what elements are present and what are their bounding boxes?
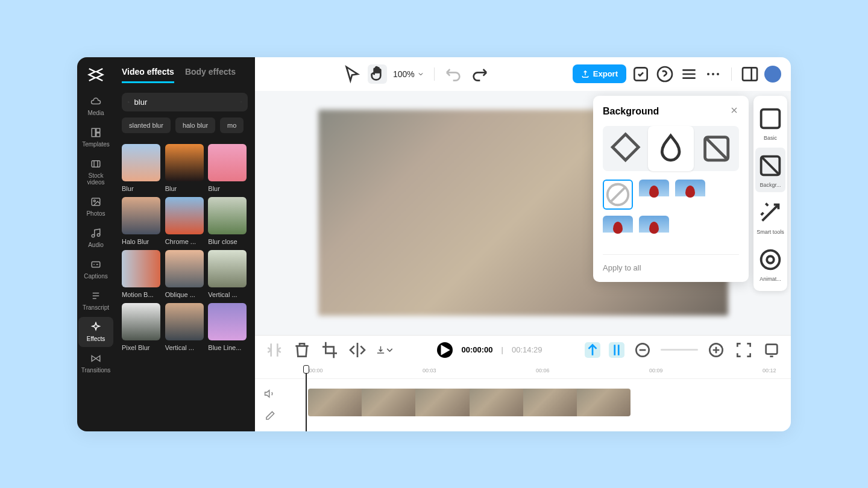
nav-label: Stock videos [80,172,112,186]
nav-audio[interactable]: Audio [78,223,113,253]
effect-label: Chrome ... [165,238,204,245]
prop-label: Smart tools [756,229,784,235]
delete-button[interactable] [292,340,312,360]
user-avatar[interactable] [764,66,781,83]
effect-label: Blur close [208,238,247,245]
download-button[interactable] [376,340,395,360]
settings-button[interactable] [679,64,699,84]
timeline-ruler[interactable]: 00:00 00:03 00:06 00:09 00:12 [255,364,791,379]
magnet-toggle[interactable] [585,342,600,358]
effect-item[interactable]: Blur close [208,197,248,245]
cloud-icon [90,96,101,107]
panel-header: Background [603,105,739,117]
nav-label: Media [87,110,104,116]
undo-button[interactable] [444,64,464,84]
timeline-tracks [255,379,791,431]
svg-rect-3 [92,160,100,167]
effect-item[interactable]: Blur [122,144,162,192]
bg-preset[interactable] [675,180,705,210]
crop-button[interactable] [320,340,339,360]
chip[interactable]: mo [220,117,244,133]
effect-label: Pixel Blur [122,344,160,351]
ruler-tick: 00:06 [536,368,550,374]
svg-point-8 [92,234,95,237]
bg-preset[interactable] [639,180,669,210]
effect-item[interactable]: Vertical ... [208,250,248,298]
apply-to-all[interactable]: Apply to all [603,254,739,272]
effect-item[interactable]: Blur [165,144,205,192]
nav-label: Transcript [83,304,109,311]
tab-body-effects[interactable]: Body effects [185,67,236,83]
nav-label: Transitions [81,367,111,374]
redo-button[interactable] [470,64,489,84]
tab-video-effects[interactable]: Video effects [122,67,174,83]
effect-item[interactable]: Vertical ... [165,303,205,351]
ruler-tick: 00:03 [423,368,436,374]
split-button[interactable] [265,340,284,360]
nav-photos[interactable]: Photos [78,192,113,222]
background-icon [756,152,784,180]
close-icon[interactable] [729,105,739,117]
bg-preset[interactable] [603,216,633,246]
prop-background[interactable]: Backgr... [755,148,785,192]
nav-label: Captions [84,273,107,280]
prop-smart-tools[interactable]: Smart tools [755,195,785,239]
effect-item[interactable]: Blue Line... [208,303,248,351]
edit-icon[interactable] [264,410,275,422]
playhead[interactable] [303,365,309,431]
nav-effects[interactable]: Effects [78,317,113,347]
fit-button[interactable] [734,340,753,360]
bg-tab-color[interactable] [603,126,648,171]
nav-transitions[interactable]: Transitions [78,348,113,378]
more-button[interactable] [703,64,723,84]
effect-label: Vertical ... [165,344,204,351]
effect-item[interactable]: Blur [208,144,248,192]
bg-preset-none[interactable] [603,180,633,210]
circle-icon [756,246,784,274]
nav-captions[interactable]: Captions [78,254,113,284]
export-button[interactable]: Export [573,64,626,83]
nav-label: Audio [88,242,104,248]
cursor-tool[interactable] [342,64,362,84]
zoom-in-button[interactable] [706,340,726,360]
clear-search-icon[interactable] [241,98,242,106]
app-logo[interactable] [87,66,105,84]
nav-templates[interactable]: Templates [78,122,113,152]
hand-tool[interactable] [368,64,387,84]
help-button[interactable] [655,64,675,84]
video-clip[interactable] [308,389,631,416]
templates-icon [90,127,101,138]
effect-item[interactable]: Oblique ... [165,250,205,298]
effect-item[interactable]: Chrome ... [165,197,205,245]
snap-toggle[interactable] [609,342,624,358]
chip[interactable]: slanted blur [122,117,171,133]
search-input[interactable] [134,98,236,107]
prop-animation[interactable]: Animat... [755,242,785,286]
chevron-down-icon [417,70,424,78]
nav-transcript[interactable]: Transcript [78,286,113,316]
play-button[interactable] [437,342,453,358]
effect-item[interactable]: Motion B... [122,250,162,298]
zoom-out-button[interactable] [633,340,652,360]
effect-item[interactable]: Pixel Blur [122,303,162,351]
zoom-slider[interactable] [661,349,698,351]
fullscreen-button[interactable] [762,340,781,360]
mute-icon[interactable] [264,388,275,399]
zoom-dropdown[interactable]: 100% [393,69,424,79]
search-icon [128,98,130,107]
effect-thumb [122,250,160,287]
effect-label: Halo Blur [122,238,160,245]
chevron-down-icon [385,340,395,360]
bg-tab-image[interactable] [694,126,739,171]
chip[interactable]: halo blur [175,117,215,133]
nav-stock-videos[interactable]: Stock videos [78,154,113,190]
nav-media[interactable]: Media [78,91,113,121]
layout-toggle[interactable] [740,64,760,84]
prop-basic[interactable]: Basic [755,101,785,145]
shield-button[interactable] [631,64,650,84]
bg-preset[interactable] [639,216,669,246]
effect-item[interactable]: Halo Blur [122,197,162,245]
mirror-button[interactable] [348,340,367,360]
prop-label: Backgr... [760,182,781,188]
bg-tab-blur[interactable] [648,126,693,171]
